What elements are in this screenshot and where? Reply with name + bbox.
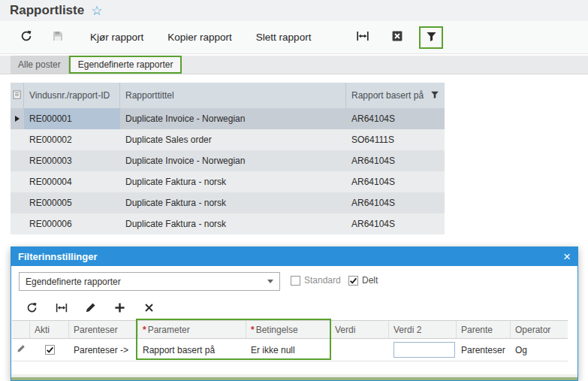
page-header: Rapportliste ☆ <box>0 0 588 21</box>
table-row[interactable]: RE000003 Duplicate Invoice - Norwegian A… <box>11 150 445 171</box>
close-icon[interactable]: × <box>563 250 571 263</box>
filter-settings-dialog: Filterinnstillinger × Egendefinerte rapp… <box>11 246 578 381</box>
dialog-add-button[interactable] <box>105 298 134 320</box>
export-excel-icon <box>391 30 403 44</box>
cell-report-based[interactable]: AR64104S <box>346 108 445 129</box>
cell-operator[interactable]: Og <box>511 339 568 361</box>
tab-egendefinerte-rapporter[interactable]: Egendefinerte rapporter <box>69 56 182 74</box>
cell-report-title[interactable]: Duplicate Faktura - norsk <box>120 213 346 234</box>
fit-width-button[interactable] <box>350 26 375 49</box>
dialog-delete-button[interactable] <box>134 298 164 320</box>
row-indicator-empty <box>11 150 24 171</box>
filter-select[interactable]: Egendefinerte rapporter <box>19 272 280 291</box>
main-toolbar: Kjør rapport Kopier rapport Slett rappor… <box>0 21 588 54</box>
filter-funnel-icon <box>426 31 437 44</box>
run-report-button[interactable]: Kjør rapport <box>81 27 152 47</box>
cell-report-title[interactable]: Duplicate Faktura - norsk <box>120 171 346 192</box>
cell-parenteser[interactable]: Parenteser -> <box>69 339 138 361</box>
delt-checkbox-box <box>348 276 358 286</box>
filter-select-value: Egendefinerte rapporter <box>26 277 121 287</box>
column-header-akti[interactable]: Akti <box>30 320 69 339</box>
cell-verdi[interactable] <box>330 339 389 361</box>
standard-checkbox-label: Standard <box>304 275 341 286</box>
cell-parente[interactable]: Parenteser <box>457 339 511 361</box>
cell-betingelse[interactable]: Er ikke null <box>246 339 330 361</box>
row-indicator-empty <box>11 213 24 234</box>
plus-icon <box>114 302 125 316</box>
column-header-parenteser[interactable]: Parenteser <box>69 320 138 339</box>
column-header-betingelse-label: Betingelse <box>256 325 298 335</box>
dialog-fit-width-button[interactable] <box>47 298 76 320</box>
verdi2-input[interactable] <box>394 342 455 358</box>
column-header-based-label: Rapport basert på <box>351 90 424 101</box>
column-header-id[interactable]: Vindusnr./rapport-ID <box>24 83 120 108</box>
annotation-box-filter <box>419 26 443 49</box>
table-row[interactable]: RE000005 Duplicate Faktura - norsk AR641… <box>11 192 445 213</box>
cell-verdi2 <box>389 339 457 361</box>
pencil-icon <box>17 344 26 355</box>
column-header-verdi[interactable]: Verdi <box>330 320 389 339</box>
filter-condition-row[interactable]: Parenteser -> Rapport basert på Er ikke … <box>12 339 568 361</box>
column-header-title[interactable]: Rapporttittel <box>120 83 346 108</box>
column-header-verdi2[interactable]: Verdi 2 <box>389 320 457 339</box>
standard-checkbox[interactable]: Standard <box>291 275 341 286</box>
cell-report-id[interactable]: RE000002 <box>24 129 120 150</box>
cell-report-title[interactable]: Duplicate Faktura - norsk <box>120 192 346 213</box>
column-header-betingelse[interactable]: * Betingelse <box>246 320 330 339</box>
column-header-parameter[interactable]: * Parameter <box>138 320 246 339</box>
required-marker: * <box>143 325 146 335</box>
filter-conditions-grid: Akti Parenteser * Parameter * Betingelse… <box>12 320 568 361</box>
table-row[interactable]: RE000004 Duplicate Faktura - norsk AR641… <box>11 171 445 192</box>
cell-report-id[interactable]: RE000001 <box>24 108 120 129</box>
copy-report-button[interactable]: Kopier rapport <box>158 27 241 47</box>
dialog-footer-edge <box>11 374 577 380</box>
table-row[interactable]: RE000001 Duplicate Invoice - Norwegian A… <box>11 108 445 129</box>
tab-alle-poster[interactable]: Alle poster <box>11 56 69 74</box>
cell-report-title[interactable]: Duplicate Invoice - Norwegian <box>120 150 346 171</box>
cell-report-based[interactable]: AR64104S <box>346 213 445 234</box>
dialog-edit-button[interactable] <box>76 298 105 320</box>
delete-report-button[interactable]: Slett rapport <box>247 27 321 47</box>
refresh-icon <box>20 30 32 44</box>
page-title: Rapportliste <box>10 3 84 18</box>
akti-checkbox[interactable] <box>30 339 69 361</box>
favorite-star-icon[interactable]: ☆ <box>91 5 102 17</box>
cell-report-id[interactable]: RE000005 <box>24 192 120 213</box>
selected-row-indicator <box>11 108 24 129</box>
column-filter-funnel-icon[interactable] <box>430 90 439 101</box>
cell-report-based[interactable]: SO64111S <box>346 129 445 150</box>
table-row[interactable]: RE000006 Duplicate Faktura - norsk AR641… <box>11 213 445 234</box>
column-header-parente[interactable]: Parente <box>457 320 511 339</box>
cell-report-id[interactable]: RE000003 <box>24 150 120 171</box>
cell-report-id[interactable]: RE000004 <box>24 171 120 192</box>
refresh-button[interactable] <box>14 26 39 49</box>
cell-report-based[interactable]: AR64104S <box>346 171 445 192</box>
row-indicator-empty <box>11 171 24 192</box>
save-button[interactable] <box>45 26 71 49</box>
cell-report-title[interactable]: Duplicate Sales order <box>120 129 346 150</box>
row-edit-cell <box>12 339 30 361</box>
cell-report-based[interactable]: AR64104S <box>346 150 445 171</box>
cell-parameter[interactable]: Rapport basert på <box>138 339 246 361</box>
notes-icon <box>13 90 21 101</box>
pencil-icon <box>85 302 96 316</box>
cell-report-title[interactable]: Duplicate Invoice - Norwegian <box>120 108 346 129</box>
filter-tabs: Alle poster Egendefinerte rapporter <box>0 56 588 74</box>
dialog-refresh-button[interactable] <box>17 298 47 320</box>
fit-width-icon <box>356 30 369 44</box>
standard-checkbox-box <box>291 276 300 286</box>
dialog-titlebar[interactable]: Filterinnstillinger × <box>11 247 577 266</box>
column-header-based[interactable]: Rapport basert på <box>346 83 445 108</box>
cell-report-based[interactable]: AR64104S <box>346 192 445 213</box>
refresh-icon <box>26 302 38 316</box>
table-row[interactable]: RE000002 Duplicate Sales order SO64111S <box>11 129 445 150</box>
column-header-operator[interactable]: Operator <box>511 320 568 339</box>
export-excel-button[interactable] <box>384 26 410 49</box>
filter-button[interactable] <box>421 29 441 47</box>
column-header-parameter-label: Parameter <box>148 325 190 335</box>
akti-checkbox-box <box>45 345 55 355</box>
delt-checkbox-label: Delt <box>362 275 378 286</box>
delete-x-icon <box>144 303 154 315</box>
delt-checkbox[interactable]: Delt <box>348 275 378 286</box>
cell-report-id[interactable]: RE000006 <box>24 213 120 234</box>
